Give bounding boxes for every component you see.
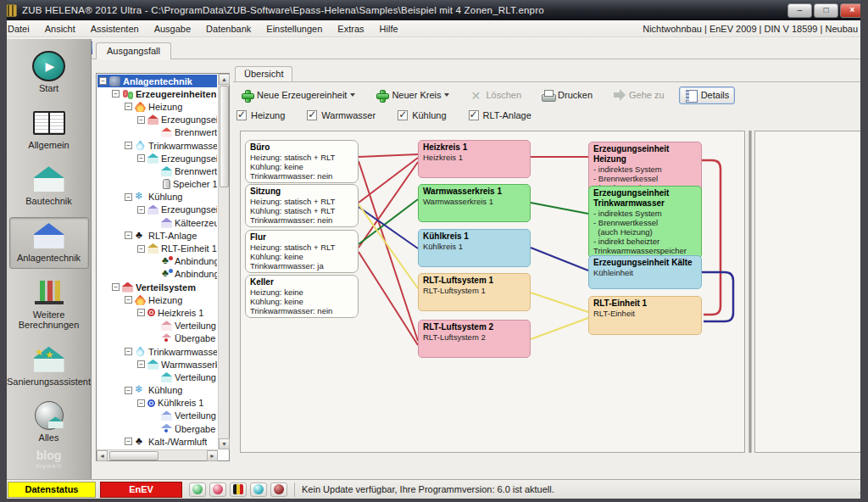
collapse-icon[interactable] [137, 360, 145, 368]
tree-item-rlt-einheit-1[interactable]: RLT-Einheit 1 [97, 242, 217, 254]
collapse-icon[interactable] [125, 438, 132, 445]
menu-item-einstellungen[interactable]: Einstellungen [259, 22, 330, 36]
scroll-left-icon[interactable]: ◄ [97, 450, 108, 461]
collapse-icon[interactable] [137, 309, 145, 316]
checkbox-icon[interactable] [236, 110, 247, 120]
tree-horizontal-scrollbar[interactable]: ◄ ► [97, 449, 218, 460]
filter-heizung[interactable]: Heizung [236, 110, 285, 120]
sidebar-item-weitere-berechnungen[interactable]: Weitere Berechnungen [9, 274, 89, 336]
circuit-warmwasserkreis-1[interactable]: Warmwasserkreis 1Warmwasserkreis 1 [418, 184, 531, 222]
collapse-icon[interactable] [125, 103, 132, 110]
minimize-button[interactable]: – [787, 3, 812, 18]
zone-keller[interactable]: KellerHeizung: keineKühlung: keineTrinkw… [245, 275, 359, 318]
tree-item-speicher-1[interactable]: Speicher 1 [97, 178, 217, 191]
tree-item-erzeugungseinheit[interactable]: Erzeugungseinheit [97, 152, 217, 165]
panel-splitter[interactable] [748, 131, 752, 453]
tree-item-erzeugungseinheit[interactable]: Erzeugungseinheit [97, 204, 217, 216]
checkbox-icon[interactable] [469, 110, 479, 120]
tree-item-verteilung-1[interactable]: Verteilung 1 [97, 410, 217, 422]
menu-item-extras[interactable]: Extras [330, 22, 371, 36]
neue-erzeugereinheit-button[interactable]: Neue Erzeugereinheit [235, 86, 361, 104]
flag-german-icon[interactable] [230, 482, 247, 497]
collapse-icon[interactable] [137, 245, 145, 253]
tree-item-brennwertkessel[interactable]: Brennwertkessel [97, 126, 217, 139]
collapse-icon[interactable] [137, 399, 145, 407]
filter-rlt-anlage[interactable]: RLT-Anlage [469, 110, 531, 120]
sidebar-item-alles[interactable]: Alles [9, 397, 89, 449]
collapse-icon[interactable] [125, 348, 132, 355]
tree-item-kalt-warmluft[interactable]: Kalt-/Warmluft [97, 435, 217, 448]
tree-item--bergabe-1[interactable]: Übergabe 1 [97, 332, 217, 345]
maximize-button[interactable]: □ [814, 3, 838, 18]
drucken-button[interactable]: Drucken [536, 86, 598, 104]
tree-item-k-hlung[interactable]: Kühlung [97, 191, 217, 204]
collapse-icon[interactable] [112, 283, 120, 291]
scroll-up-icon[interactable]: ▲ [219, 74, 230, 85]
collapse-icon[interactable] [112, 90, 120, 98]
tree-item-brennwertkessel[interactable]: Brennwertkessel [97, 165, 217, 177]
tree-item-heizkreis-1[interactable]: Heizkreis 1 [97, 306, 217, 319]
tree-item-warmwasserkreis[interactable]: Warmwasserkreis [97, 358, 217, 371]
gen-rlt-einheit-1[interactable]: RLT-Einheit 1RLT-Einheit [588, 296, 702, 335]
sidebar-item-sanierungsassistent[interactable]: Sanierungsassistent [9, 341, 89, 393]
details-button[interactable]: Details [679, 86, 736, 104]
scrollbar-thumb[interactable] [109, 451, 159, 460]
resize-grip[interactable]: ⋰ [858, 485, 866, 494]
close-button[interactable]: × [840, 3, 865, 18]
filter-warmwasser[interactable]: Warmwasser [307, 110, 376, 120]
collapse-icon[interactable] [125, 193, 132, 201]
sidebar-item-bautechnik[interactable]: Bautechnik [9, 160, 89, 212]
menu-item-hilfe[interactable]: Hilfe [372, 22, 406, 36]
circuit-heizkreis-1[interactable]: Heizkreis 1Heizkreis 1 [418, 140, 531, 178]
collapse-icon[interactable] [137, 154, 145, 162]
collapse-icon[interactable] [137, 116, 145, 124]
datenstatus-button[interactable]: Datenstatus [8, 482, 96, 498]
tree-item-verteilung-1[interactable]: Verteilung 1 [97, 320, 217, 332]
globe-darkred-icon[interactable] [270, 482, 287, 497]
tree-item-verteilung-war-[interactable]: Verteilung War. [97, 371, 217, 383]
sidebar-item-start[interactable]: Start [9, 47, 89, 99]
globe-green-icon[interactable] [189, 482, 206, 497]
tree-vertical-scrollbar[interactable]: ▲ ▼ [218, 74, 229, 449]
zone-buero[interactable]: BüroHeizung: statisch + RLTKühlung: kein… [245, 140, 359, 183]
checkbox-icon[interactable] [307, 110, 317, 120]
collapse-icon[interactable] [125, 142, 132, 149]
tree-item-rlt-anlage[interactable]: RLT-Anlage [97, 229, 217, 242]
zone-sitzung[interactable]: SitzungHeizung: statisch + RLTKühlung: s… [245, 184, 359, 227]
chevron-down-icon[interactable] [444, 93, 449, 99]
tree-item-erzeugungseinheit[interactable]: Erzeugungseinheit [97, 114, 217, 126]
sidebar-item-allgemein[interactable]: Allgemein [9, 104, 89, 156]
tree-item-k-hlung[interactable]: Kühlung [97, 384, 217, 397]
tree-item-trinkwarmwasser[interactable]: Trinkwarmwasser [97, 345, 217, 358]
tree-item-k-lteerzeuger-1[interactable]: Kälteerzeuger 1 [97, 216, 217, 229]
globe-cyan-icon[interactable] [250, 482, 267, 497]
tree-item-heizung[interactable]: Heizung [97, 293, 217, 306]
tree-item-verteilsystem[interactable]: Verteilsystem [97, 281, 217, 293]
tree-item-erzeugereinheiten[interactable]: Erzeugereinheiten [97, 87, 217, 100]
collapse-icon[interactable] [125, 387, 132, 394]
circuit-kuehlkreis-1[interactable]: Kühlkreis 1Kühlkreis 1 [418, 229, 531, 267]
sidebar-item-anlagentechnik[interactable]: Anlagentechnik [9, 217, 89, 269]
tab-uebersicht[interactable]: Übersicht [235, 66, 292, 81]
collapse-icon[interactable] [99, 77, 107, 85]
tree-item-anbindung-w-rme[interactable]: Anbindung Wärme [97, 255, 217, 268]
gen-kaelte[interactable]: Erzeugungseinheit KälteKühleinheit [588, 255, 702, 289]
tree-item-trinkwarmwasser[interactable]: Trinkwarmwasser [97, 139, 217, 152]
tree-item-anlagentechnik[interactable]: Anlagentechnik [97, 75, 217, 87]
circuit-rlt-luftsystem-1[interactable]: RLT-Luftsystem 1RLT-Luftsystem 1 [418, 273, 531, 311]
chevron-down-icon[interactable] [350, 93, 355, 99]
filter-k-hlung[interactable]: Kühlung [398, 110, 446, 120]
neuer-kreis-button[interactable]: Neuer Kreis [370, 86, 455, 104]
wheel-red-icon[interactable] [209, 482, 226, 497]
collapse-icon[interactable] [125, 296, 132, 304]
menu-item-datenbank[interactable]: Datenbank [198, 22, 259, 36]
menu-item-assistenten[interactable]: Assistenten [83, 22, 147, 36]
menu-item-datei[interactable]: Datei [0, 22, 37, 36]
tree-item-k-hlkreis-1[interactable]: Kühlkreis 1 [97, 397, 217, 410]
gen-trinkwarmwasser[interactable]: Erzeugungseinheit Trinkwarmwasser- indir… [588, 186, 702, 259]
scroll-right-icon[interactable]: ► [207, 450, 218, 461]
collapse-icon[interactable] [125, 231, 132, 239]
checkbox-icon[interactable] [398, 110, 408, 120]
enev-button[interactable]: EnEV [100, 482, 182, 498]
menu-item-ansicht[interactable]: Ansicht [37, 22, 83, 36]
